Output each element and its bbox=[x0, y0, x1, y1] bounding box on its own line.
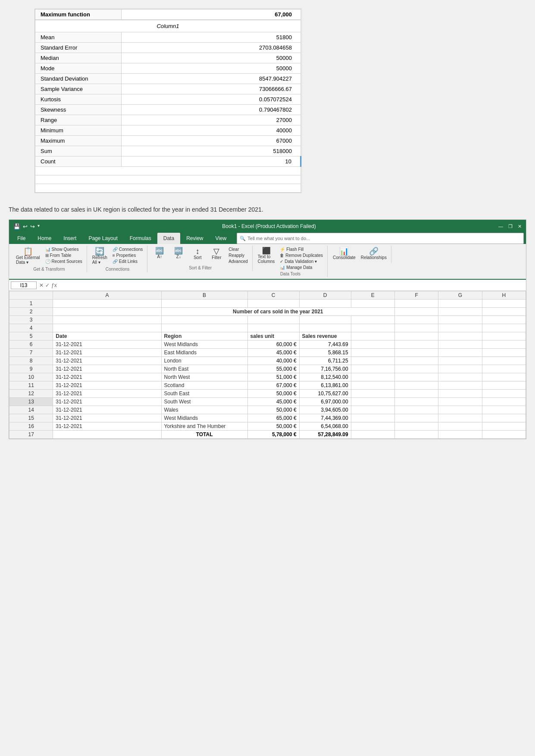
cell-a4[interactable] bbox=[53, 324, 161, 332]
cell-f9[interactable] bbox=[394, 365, 438, 373]
relationships-button[interactable]: 🔗 Relationships bbox=[359, 247, 388, 261]
cell-f2[interactable] bbox=[394, 308, 438, 316]
refresh-all-button[interactable]: 🔄 RefreshAll ▾ bbox=[91, 247, 109, 266]
clear-button[interactable]: Clear bbox=[227, 247, 249, 252]
cell-g16[interactable] bbox=[438, 422, 482, 431]
cell-c10[interactable]: 51,000 € bbox=[247, 373, 299, 381]
cell-d15[interactable]: 7,44,369.00 bbox=[299, 414, 351, 422]
search-bar[interactable]: 🔍 Tell me what you want to do... bbox=[237, 233, 524, 244]
cell-g17[interactable] bbox=[438, 431, 482, 439]
cell-f8[interactable] bbox=[394, 357, 438, 365]
cell-d17[interactable]: 57,28,849.09 bbox=[299, 431, 351, 439]
cell-f12[interactable] bbox=[394, 390, 438, 398]
cell-c8[interactable]: 40,000 € bbox=[247, 357, 299, 365]
from-table-button[interactable]: ⊞ From Table bbox=[44, 253, 84, 258]
cell-a7[interactable]: 31-12-2021 bbox=[53, 349, 161, 357]
confirm-formula-icon[interactable]: ✓ bbox=[45, 282, 50, 288]
cell-a13[interactable]: 31-12-2021 bbox=[53, 398, 161, 406]
cell-c15[interactable]: 65,000 € bbox=[247, 414, 299, 422]
cell-g14[interactable] bbox=[438, 406, 482, 414]
cell-e10[interactable] bbox=[351, 373, 394, 381]
cell-g4[interactable] bbox=[438, 324, 482, 332]
cell-e15[interactable] bbox=[351, 414, 394, 422]
cell-b7[interactable]: East Midlands bbox=[161, 349, 247, 357]
cell-f6[interactable] bbox=[394, 341, 438, 349]
cell-b10[interactable]: North West bbox=[161, 373, 247, 381]
cell-c12[interactable]: 50,000 € bbox=[247, 390, 299, 398]
cell-d11[interactable]: 6,13,861.00 bbox=[299, 381, 351, 390]
cell-h17[interactable] bbox=[482, 431, 526, 439]
cell-d7[interactable]: 5,868.15 bbox=[299, 349, 351, 357]
cell-h9[interactable] bbox=[482, 365, 526, 373]
cell-h6[interactable] bbox=[482, 341, 526, 349]
cell-f7[interactable] bbox=[394, 349, 438, 357]
col-header-b[interactable]: B bbox=[161, 291, 247, 300]
sort-az-button[interactable]: 🔤 A↑ bbox=[151, 247, 168, 260]
cell-f10[interactable] bbox=[394, 373, 438, 381]
cell-c13[interactable]: 45,000 € bbox=[247, 398, 299, 406]
cell-d16[interactable]: 6,54,068.00 bbox=[299, 422, 351, 431]
cell-e6[interactable] bbox=[351, 341, 394, 349]
edit-links-button[interactable]: 🔗 Edit Links bbox=[111, 259, 145, 264]
cell-a16[interactable]: 31-12-2021 bbox=[53, 422, 161, 431]
cell-e13[interactable] bbox=[351, 398, 394, 406]
cell-b12[interactable]: South East bbox=[161, 390, 247, 398]
cell-b1[interactable] bbox=[161, 300, 247, 308]
tab-home[interactable]: Home bbox=[31, 233, 57, 244]
cell-g2[interactable] bbox=[438, 308, 482, 316]
cell-e5[interactable] bbox=[351, 332, 394, 341]
col-header-e[interactable]: E bbox=[351, 291, 394, 300]
cell-h3[interactable] bbox=[482, 316, 526, 324]
cell-h14[interactable] bbox=[482, 406, 526, 414]
cell-a8[interactable]: 31-12-2021 bbox=[53, 357, 161, 365]
properties-button[interactable]: ≡ Properties bbox=[111, 253, 145, 258]
consolidate-button[interactable]: 📊 Consolidate bbox=[331, 247, 357, 261]
cell-a3[interactable] bbox=[53, 316, 161, 324]
cell-e9[interactable] bbox=[351, 365, 394, 373]
advanced-button[interactable]: Advanced bbox=[227, 259, 249, 264]
cell-h7[interactable] bbox=[482, 349, 526, 357]
cell-a12[interactable]: 31-12-2021 bbox=[53, 390, 161, 398]
cell-b15[interactable]: West Midlands bbox=[161, 414, 247, 422]
cell-g3[interactable] bbox=[438, 316, 482, 324]
cell-g6[interactable] bbox=[438, 341, 482, 349]
formula-input[interactable] bbox=[59, 282, 524, 288]
cell-e12[interactable] bbox=[351, 390, 394, 398]
redo-icon[interactable]: ↪ bbox=[30, 223, 35, 230]
col-header-c[interactable]: C bbox=[247, 291, 299, 300]
tab-formulas[interactable]: Formulas bbox=[124, 233, 157, 244]
minimize-icon[interactable]: — bbox=[498, 224, 503, 229]
cell-e17[interactable] bbox=[351, 431, 394, 439]
cell-e3[interactable] bbox=[351, 316, 394, 324]
cell-b17-total[interactable]: TOTAL bbox=[161, 431, 247, 439]
cell-g13[interactable] bbox=[438, 398, 482, 406]
save-icon[interactable]: 💾 bbox=[13, 223, 20, 230]
col-header-g[interactable]: G bbox=[438, 291, 482, 300]
cell-e16[interactable] bbox=[351, 422, 394, 431]
cell-d10[interactable]: 8,12,540.00 bbox=[299, 373, 351, 381]
cell-h5[interactable] bbox=[482, 332, 526, 341]
cell-a15[interactable]: 31-12-2021 bbox=[53, 414, 161, 422]
cell-h15[interactable] bbox=[482, 414, 526, 422]
tab-view[interactable]: View bbox=[210, 233, 233, 244]
cell-f14[interactable] bbox=[394, 406, 438, 414]
connections-button[interactable]: 🔗 Connections bbox=[111, 247, 145, 252]
cell-c6[interactable]: 60,000 € bbox=[247, 341, 299, 349]
cell-h4[interactable] bbox=[482, 324, 526, 332]
cell-f17[interactable] bbox=[394, 431, 438, 439]
undo-icon[interactable]: ↩ bbox=[23, 223, 28, 230]
cell-g10[interactable] bbox=[438, 373, 482, 381]
cell-d1[interactable] bbox=[299, 300, 351, 308]
remove-duplicates-button[interactable]: 🗑 Remove Duplicates bbox=[278, 253, 325, 258]
recent-sources-button[interactable]: 🕐 Recent Sources bbox=[44, 259, 84, 264]
cell-h16[interactable] bbox=[482, 422, 526, 431]
cell-f11[interactable] bbox=[394, 381, 438, 390]
cell-h13[interactable] bbox=[482, 398, 526, 406]
cell-g8[interactable] bbox=[438, 357, 482, 365]
tab-insert[interactable]: Insert bbox=[57, 233, 82, 244]
cell-d9[interactable]: 7,16,756.00 bbox=[299, 365, 351, 373]
col-header-f[interactable]: F bbox=[394, 291, 438, 300]
cell-e1[interactable] bbox=[351, 300, 394, 308]
cell-g7[interactable] bbox=[438, 349, 482, 357]
cell-h2[interactable] bbox=[482, 308, 526, 316]
